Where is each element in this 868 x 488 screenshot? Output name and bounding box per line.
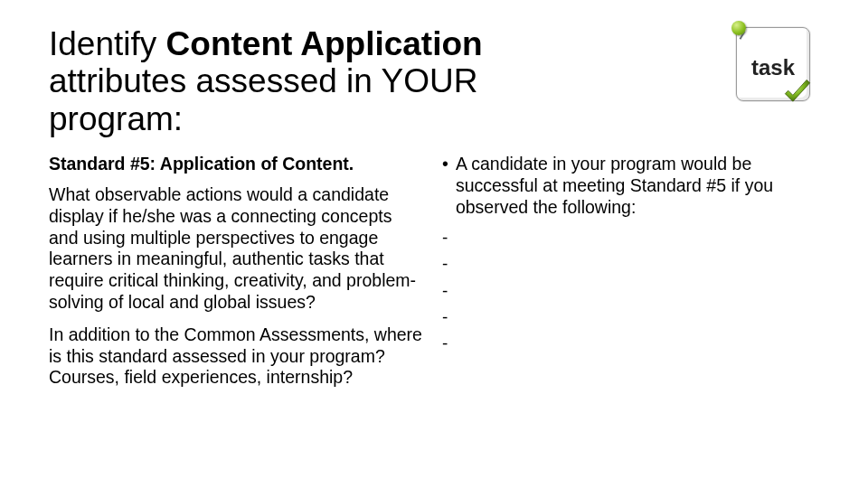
slide: Identify Content Application attributes … — [0, 0, 868, 488]
dash-item: - — [442, 277, 819, 304]
slide-title: Identify Content Application attributes … — [49, 25, 609, 137]
title-bold: Content Application — [166, 25, 483, 62]
left-column: Standard #5: Application of Content. Wha… — [49, 154, 426, 399]
title-post: attributes assessed in YOUR program: — [49, 62, 477, 136]
pushpin-icon — [731, 21, 751, 41]
left-paragraph-1: What observable actions would a candidat… — [49, 184, 422, 314]
title-area: Identify Content Application attributes … — [49, 25, 819, 137]
standard-heading: Standard #5: Application of Content. — [49, 154, 422, 175]
dash-item: - — [442, 250, 819, 277]
bullet-marker: • — [442, 154, 448, 218]
dash-item: - — [442, 330, 819, 356]
left-paragraph-2: In addition to the Common Assessments, w… — [49, 324, 422, 389]
dash-list: - - - - - — [442, 224, 819, 357]
task-note-icon: task — [736, 27, 810, 101]
body-columns: Standard #5: Application of Content. Wha… — [49, 154, 819, 399]
dash-item: - — [442, 304, 819, 330]
dash-item: - — [442, 224, 819, 250]
bullet-item: • A candidate in your program would be s… — [442, 154, 819, 218]
right-column: • A candidate in your program would be s… — [442, 154, 819, 399]
bullet-text: A candidate in your program would be suc… — [456, 154, 819, 218]
title-pre: Identify — [49, 25, 166, 62]
checkmark-icon — [782, 77, 813, 108]
